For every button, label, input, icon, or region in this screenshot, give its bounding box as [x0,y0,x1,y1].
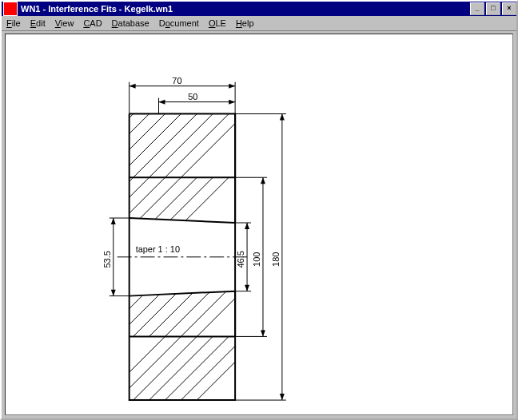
svg-line-32 [133,249,333,414]
svg-line-29 [86,249,285,414]
svg-line-23 [102,185,301,384]
dim-180: 180 [271,252,281,267]
svg-line-22 [86,185,285,384]
svg-marker-54 [245,223,249,229]
dim-46-5: 46.5 [236,251,245,267]
svg-line-18 [133,58,333,257]
window-title: WN1 - Interference Fits - Kegelk.wn1 [21,4,468,14]
dim-50: 50 [188,92,197,101]
menu-document[interactable]: Document [159,18,199,28]
menu-cad[interactable]: CAD [83,18,102,28]
menu-database[interactable]: Database [112,18,149,28]
minimize-button[interactable]: _ [470,2,484,15]
svg-line-34 [70,249,269,414]
menu-view[interactable]: View [55,18,74,28]
svg-line-35 [54,249,253,414]
app-icon [3,2,18,16]
maximize-button[interactable]: □ [486,2,500,15]
technical-drawing: 70 50 53.5 46.5 [6,34,512,414]
svg-marker-59 [261,177,265,184]
menu-edit[interactable]: Edit [30,18,46,28]
svg-marker-55 [245,285,249,291]
svg-marker-50 [111,290,116,296]
dim-70: 70 [172,76,181,85]
menu-file[interactable]: File [6,18,21,28]
svg-marker-65 [280,394,285,400]
drawing-canvas: 70 50 53.5 46.5 [5,34,513,415]
svg-line-17 [118,58,317,257]
titlebar: WN1 - Interference Fits - Kegelk.wn1 _ □… [2,2,516,16]
menu-help[interactable]: Help [236,18,254,28]
menubar: File Edit View CAD Database Document OLE… [2,16,516,31]
close-button[interactable]: × [502,2,516,15]
taper-label: taper 1 : 10 [136,244,180,254]
svg-marker-60 [261,330,265,336]
svg-line-27 [70,185,269,384]
svg-line-28 [54,185,253,384]
menu-ole[interactable]: OLE [209,18,226,28]
dim-100: 100 [252,252,261,267]
svg-marker-41 [229,84,235,89]
dim-53-5: 53.5 [102,251,112,267]
svg-marker-64 [280,114,285,121]
svg-marker-44 [159,100,165,105]
svg-line-33 [149,249,349,414]
svg-marker-49 [111,218,116,224]
app-window: WN1 - Interference Fits - Kegelk.wn1 _ □… [0,0,518,420]
svg-line-30 [102,249,301,414]
svg-marker-40 [130,84,136,89]
svg-line-31 [118,249,317,414]
svg-marker-45 [229,100,235,105]
